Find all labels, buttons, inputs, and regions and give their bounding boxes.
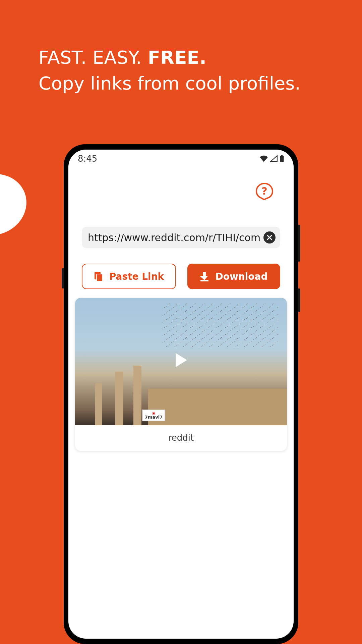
- close-icon: [266, 234, 273, 240]
- headline-pre: FAST. EASY.: [39, 47, 148, 68]
- watermark-text: 7mavi7: [145, 415, 163, 419]
- clear-url-button[interactable]: [263, 231, 276, 244]
- button-row: Paste Link Download: [82, 264, 280, 289]
- thumbnail-watermark: ▣ 7mavi7: [142, 410, 165, 421]
- download-icon: [200, 271, 209, 281]
- decorative-birds: [162, 303, 279, 347]
- svg-rect-1: [281, 155, 283, 156]
- paste-link-label: Paste Link: [109, 271, 164, 282]
- app-header: ?: [68, 166, 294, 201]
- preview-thumbnail: ▣ 7mavi7: [75, 298, 287, 425]
- url-text: https://www.reddit.com/r/TIHI/comr: [88, 232, 261, 244]
- headline-emph: FREE.: [148, 47, 206, 68]
- help-icon: ?: [255, 182, 274, 201]
- headline-subtitle: Copy links from cool profiles.: [39, 72, 323, 95]
- wifi-icon: [259, 155, 268, 162]
- status-time: 8:45: [78, 154, 97, 164]
- status-bar: 8:45: [68, 150, 294, 166]
- svg-text:?: ?: [261, 185, 267, 197]
- phone-side-button: [62, 268, 64, 288]
- svg-rect-5: [200, 280, 208, 281]
- phone-mockup: 8:45 ? https://www.re: [64, 144, 298, 644]
- help-button[interactable]: ?: [255, 182, 274, 201]
- decorative-blob: [0, 165, 35, 245]
- svg-rect-0: [280, 156, 284, 162]
- svg-rect-4: [97, 274, 103, 281]
- download-button[interactable]: Download: [187, 264, 280, 289]
- phone-side-button: [298, 288, 300, 312]
- url-input[interactable]: https://www.reddit.com/r/TIHI/comr: [82, 227, 280, 248]
- hero-text: FAST. EASY. FREE. Copy links from cool p…: [0, 0, 362, 95]
- phone-bezel: 8:45 ? https://www.re: [64, 144, 298, 644]
- play-icon: [174, 353, 188, 368]
- battery-icon: [280, 155, 284, 162]
- phone-side-button: [298, 225, 300, 262]
- play-overlay[interactable]: [174, 353, 188, 369]
- paste-icon: [94, 271, 103, 281]
- preview-card[interactable]: ▣ 7mavi7 reddit: [75, 298, 287, 451]
- url-input-wrap: https://www.reddit.com/r/TIHI/comr: [82, 227, 280, 248]
- status-icons: [259, 155, 284, 162]
- paste-link-button[interactable]: Paste Link: [82, 264, 176, 289]
- signal-icon: [270, 155, 278, 162]
- download-label: Download: [215, 271, 267, 282]
- phone-screen: 8:45 ? https://www.re: [68, 150, 294, 639]
- headline-line1: FAST. EASY. FREE.: [39, 47, 323, 68]
- preview-source-label: reddit: [75, 425, 287, 451]
